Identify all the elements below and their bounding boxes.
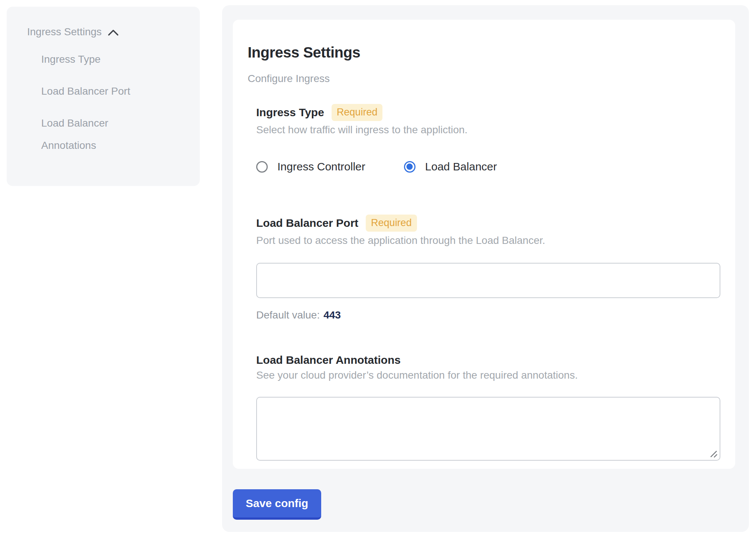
load-balancer-port-section: Load Balancer Port Required Port used to… <box>256 215 720 321</box>
ingress-type-radio-group: Ingress Controller Load Balancer <box>256 160 720 173</box>
load-balancer-annotations-section: Load Balancer Annotations See your cloud… <box>256 354 720 461</box>
radio-load-balancer-label: Load Balancer <box>425 160 497 173</box>
settings-sidebar: Ingress Settings Ingress Type Load Balan… <box>7 7 200 186</box>
port-label-row: Load Balancer Port Required <box>256 215 720 232</box>
load-balancer-port-description: Port used to access the application thro… <box>256 235 720 246</box>
load-balancer-annotations-description: See your cloud provider’s documentation … <box>256 369 720 381</box>
radio-ingress-controller[interactable]: Ingress Controller <box>256 160 365 173</box>
sidebar-section-label: Ingress Settings <box>27 26 102 38</box>
page-title: Ingress Settings <box>248 44 720 61</box>
ingress-settings-panel: Ingress Settings Configure Ingress Ingre… <box>222 5 749 532</box>
chevron-up-icon <box>108 29 119 36</box>
sidebar-item-load-balancer-annotations[interactable]: Load Balancer Annotations <box>41 112 137 157</box>
sidebar-item-ingress-type[interactable]: Ingress Type <box>41 48 137 71</box>
load-balancer-port-input[interactable] <box>256 263 720 298</box>
load-balancer-port-label: Load Balancer Port <box>256 217 358 229</box>
required-badge: Required <box>332 104 383 121</box>
sidebar-section-ingress-settings[interactable]: Ingress Settings <box>27 26 189 38</box>
radio-ingress-controller-label: Ingress Controller <box>277 160 365 173</box>
sidebar-item-list: Ingress Type Load Balancer Port Load Bal… <box>41 48 189 157</box>
required-badge: Required <box>366 215 417 232</box>
ingress-settings-card: Ingress Settings Configure Ingress Ingre… <box>233 20 735 469</box>
ingress-type-label: Ingress Type <box>256 106 324 119</box>
radio-selected-icon[interactable] <box>404 161 416 173</box>
sidebar-item-load-balancer-port[interactable]: Load Balancer Port <box>41 80 137 102</box>
default-value-number: 443 <box>323 309 341 321</box>
save-config-button[interactable]: Save config <box>233 489 321 520</box>
ingress-type-section: Ingress Type Required Select how traffic… <box>256 104 720 173</box>
radio-unselected-icon[interactable] <box>256 161 268 173</box>
load-balancer-annotations-textarea[interactable] <box>256 397 720 461</box>
annotations-textarea-wrap <box>256 397 720 461</box>
ingress-type-description: Select how traffic will ingress to the a… <box>256 124 720 136</box>
default-value-label: Default value: <box>256 309 320 321</box>
annotations-label-row: Load Balancer Annotations <box>256 354 720 366</box>
form-sections: Ingress Type Required Select how traffic… <box>256 104 720 461</box>
radio-load-balancer[interactable]: Load Balancer <box>404 160 497 173</box>
ingress-type-label-row: Ingress Type Required <box>256 104 720 121</box>
load-balancer-annotations-label: Load Balancer Annotations <box>256 354 401 366</box>
default-value-line: Default value:443 <box>256 309 720 321</box>
page-subtitle: Configure Ingress <box>248 73 720 85</box>
resize-handle-icon[interactable] <box>708 449 718 458</box>
